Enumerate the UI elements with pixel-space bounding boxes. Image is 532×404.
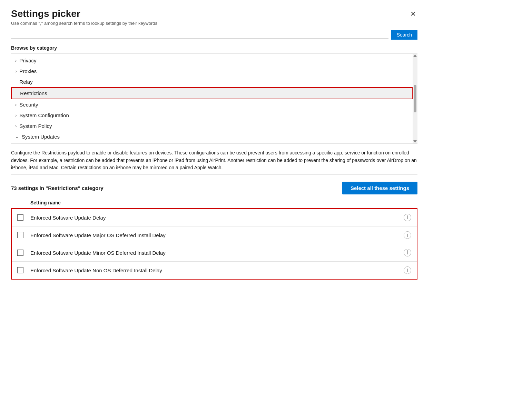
chevron-right-icon: ›: [15, 123, 17, 129]
browse-label: Browse by category: [11, 45, 417, 51]
category-item-system-updates[interactable]: ⌄ System Updates: [11, 131, 413, 142]
setting-checkbox-enforced-sw-update-non-os[interactable]: [17, 267, 23, 273]
category-item-relay[interactable]: › Relay: [11, 77, 413, 87]
settings-header-row: 73 settings in "Restrictions" category S…: [11, 182, 417, 194]
chevron-right-icon: ›: [15, 69, 17, 74]
category-label: Proxies: [19, 68, 37, 74]
category-item-privacy[interactable]: › Privacy: [11, 55, 413, 66]
dialog-subtitle: Use commas "," among search terms to loo…: [11, 21, 417, 26]
category-label: System Updates: [22, 134, 60, 140]
category-label: System Configuration: [19, 112, 69, 118]
info-icon[interactable]: i: [404, 249, 411, 256]
chevron-right-icon: ›: [15, 113, 17, 118]
category-description: Configure the Restrictions payload to en…: [11, 149, 417, 175]
dialog-header: Settings picker ✕: [11, 8, 417, 19]
setting-checkbox-enforced-sw-update-minor[interactable]: [17, 250, 23, 256]
settings-list: Enforced Software Update Delay i Enforce…: [11, 208, 417, 280]
select-all-button[interactable]: Select all these settings: [342, 182, 417, 194]
setting-name: Enforced Software Update Minor OS Deferr…: [30, 250, 404, 256]
chevron-right-icon: ›: [15, 58, 17, 63]
search-row: Search: [11, 30, 417, 40]
category-item-proxies[interactable]: › Proxies: [11, 66, 413, 77]
setting-name: Enforced Software Update Delay: [30, 215, 404, 221]
search-button[interactable]: Search: [391, 30, 417, 40]
scroll-thumb[interactable]: [414, 85, 416, 112]
table-row: Enforced Software Update Non OS Deferred…: [12, 262, 417, 279]
settings-count: 73 settings in "Restrictions" category: [11, 185, 104, 191]
category-label: Relay: [19, 79, 32, 85]
info-icon[interactable]: i: [404, 266, 411, 274]
table-row: Enforced Software Update Minor OS Deferr…: [12, 244, 417, 262]
chevron-down-icon: ⌄: [15, 134, 19, 139]
close-button[interactable]: ✕: [409, 8, 417, 19]
setting-checkbox-enforced-sw-update-delay[interactable]: [17, 214, 23, 221]
category-scrollbar[interactable]: [413, 54, 417, 143]
category-label: System Policy: [19, 123, 52, 129]
setting-name: Enforced Software Update Major OS Deferr…: [30, 232, 404, 238]
category-list: › Privacy › Proxies › Relay › Restrictio…: [11, 54, 413, 143]
category-label: Restrictions: [20, 90, 47, 96]
category-label: Privacy: [19, 58, 36, 63]
scroll-up-arrow[interactable]: [413, 54, 417, 57]
table-row: Enforced Software Update Delay i: [12, 209, 417, 226]
setting-name: Enforced Software Update Non OS Deferred…: [30, 267, 404, 273]
category-item-system-policy[interactable]: › System Policy: [11, 121, 413, 131]
info-icon[interactable]: i: [404, 214, 411, 221]
table-row: Enforced Software Update Major OS Deferr…: [12, 226, 417, 244]
scroll-down-arrow[interactable]: [413, 140, 417, 143]
category-item-restrictions[interactable]: › Restrictions: [11, 87, 413, 99]
settings-picker-dialog: Settings picker ✕ Use commas "," among s…: [0, 0, 428, 404]
dialog-title: Settings picker: [11, 8, 80, 19]
setting-checkbox-enforced-sw-update-major[interactable]: [17, 232, 23, 238]
category-item-security[interactable]: › Security: [11, 99, 413, 110]
category-list-wrapper: › Privacy › Proxies › Relay › Restrictio…: [11, 53, 417, 144]
settings-column-header: Setting name: [11, 198, 417, 208]
category-item-system-configuration[interactable]: › System Configuration: [11, 110, 413, 121]
category-label: Security: [19, 102, 38, 108]
search-input[interactable]: [11, 30, 388, 39]
info-icon[interactable]: i: [404, 231, 411, 239]
chevron-right-icon: ›: [15, 102, 17, 107]
